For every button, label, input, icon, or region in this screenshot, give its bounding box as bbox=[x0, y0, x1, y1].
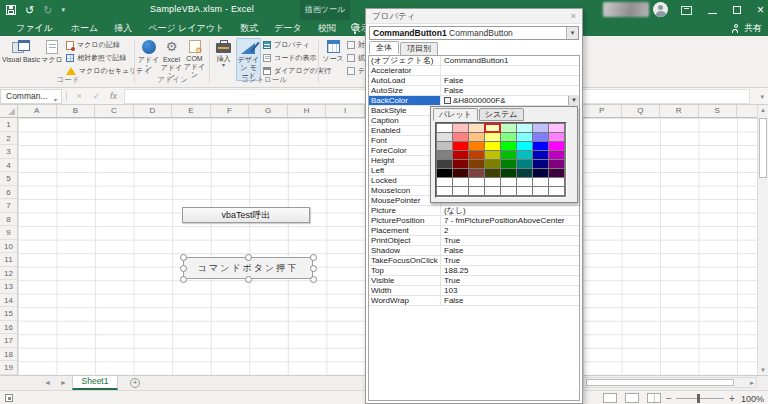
palette-color-cell[interactable] bbox=[485, 169, 500, 177]
column-header[interactable]: C bbox=[95, 105, 134, 117]
palette-color-cell[interactable] bbox=[549, 187, 564, 195]
palette-color-cell[interactable] bbox=[485, 142, 500, 150]
row-header[interactable]: 9 bbox=[0, 226, 17, 240]
horizontal-scrollbar-thumb[interactable] bbox=[586, 379, 734, 386]
properties-close-icon[interactable]: × bbox=[568, 11, 579, 22]
row-header[interactable]: 10 bbox=[0, 240, 17, 254]
row-header[interactable]: 1 bbox=[0, 118, 17, 132]
ribbon-tab[interactable]: 数式 bbox=[232, 20, 266, 36]
property-row[interactable]: WordWrapFalse bbox=[369, 296, 579, 306]
column-header[interactable]: F bbox=[211, 105, 250, 117]
name-box[interactable]: Comman... ▾ bbox=[0, 89, 62, 104]
ribbon-tab[interactable]: ファイル bbox=[6, 20, 63, 36]
property-row[interactable]: BackColor&H8000000F&▼ bbox=[369, 96, 579, 106]
property-value[interactable]: 188.25 bbox=[441, 266, 579, 275]
palette-color-cell[interactable] bbox=[501, 187, 516, 195]
palette-color-cell[interactable] bbox=[469, 169, 484, 177]
palette-color-cell[interactable] bbox=[453, 142, 468, 150]
visual-basic-button[interactable]: Visual Basic bbox=[2, 38, 40, 64]
selection-handle[interactable] bbox=[310, 254, 317, 261]
palette-color-cell[interactable] bbox=[485, 133, 500, 141]
palette-color-cell[interactable] bbox=[437, 160, 452, 168]
row-header[interactable]: 8 bbox=[0, 213, 17, 227]
selection-handle[interactable] bbox=[310, 276, 317, 283]
palette-color-cell[interactable] bbox=[533, 178, 548, 186]
zoom-out-icon[interactable]: − bbox=[666, 393, 672, 404]
palette-color-cell[interactable] bbox=[517, 178, 532, 186]
palette-color-cell[interactable] bbox=[501, 178, 516, 186]
vertical-scrollbar-thumb[interactable] bbox=[759, 118, 767, 178]
zoom-level[interactable]: 100% bbox=[741, 394, 764, 404]
palette-color-cell[interactable] bbox=[533, 151, 548, 159]
row-header[interactable]: 18 bbox=[0, 348, 17, 362]
new-sheet-icon[interactable]: + bbox=[130, 378, 140, 388]
palette-color-cell[interactable] bbox=[437, 178, 452, 186]
excel-addins-button[interactable]: ⚙ Excel アドイン bbox=[160, 38, 183, 80]
palette-color-cell[interactable] bbox=[469, 178, 484, 186]
column-header[interactable]: A bbox=[18, 105, 57, 117]
palette-color-cell[interactable] bbox=[437, 142, 452, 150]
property-value[interactable]: (なし) bbox=[441, 206, 579, 215]
palette-color-cell[interactable] bbox=[437, 151, 452, 159]
formula-bar-expand-icon[interactable]: ▾ bbox=[760, 93, 764, 101]
palette-color-cell[interactable] bbox=[517, 142, 532, 150]
palette-color-cell[interactable] bbox=[549, 151, 564, 159]
palette-color-cell[interactable] bbox=[533, 169, 548, 177]
palette-color-cell[interactable] bbox=[517, 169, 532, 177]
property-value[interactable]: False bbox=[441, 246, 579, 255]
zoom-slider-thumb[interactable] bbox=[697, 394, 700, 403]
row-header[interactable]: 19 bbox=[0, 361, 17, 375]
property-value[interactable]: True bbox=[441, 256, 579, 265]
selection-handle[interactable] bbox=[310, 265, 317, 272]
source-button[interactable]: ソース bbox=[321, 38, 345, 63]
property-value[interactable]: False bbox=[441, 76, 579, 85]
worksheet-grid-right[interactable] bbox=[583, 118, 757, 375]
palette-color-cell[interactable] bbox=[485, 124, 500, 132]
palette-color-cell[interactable] bbox=[453, 187, 468, 195]
palette-color-cell[interactable] bbox=[549, 133, 564, 141]
column-header[interactable]: S bbox=[699, 105, 738, 117]
selection-handle[interactable] bbox=[180, 276, 187, 283]
palette-color-cell[interactable] bbox=[501, 160, 516, 168]
palette-color-cell[interactable] bbox=[453, 133, 468, 141]
palette-color-cell[interactable] bbox=[533, 160, 548, 168]
save-icon[interactable] bbox=[6, 5, 16, 15]
property-row[interactable]: ShadowFalse bbox=[369, 246, 579, 256]
next-sheet-icon[interactable]: ► bbox=[60, 379, 67, 386]
column-header[interactable]: H bbox=[288, 105, 327, 117]
palette-color-cell[interactable] bbox=[485, 151, 500, 159]
properties-tab[interactable]: 項目別 bbox=[400, 42, 438, 55]
palette-color-cell[interactable] bbox=[501, 133, 516, 141]
property-row[interactable]: AutoLoadFalse bbox=[369, 76, 579, 86]
ribbon-tab[interactable]: ホーム bbox=[63, 20, 106, 36]
tell-me-lamp-icon[interactable] bbox=[351, 23, 359, 31]
property-value[interactable]: CommandButton1 bbox=[441, 56, 579, 65]
row-header[interactable]: 2 bbox=[0, 132, 17, 146]
property-row[interactable]: Accelerator bbox=[369, 66, 579, 76]
insert-function-icon[interactable]: fx bbox=[106, 89, 121, 104]
column-header[interactable]: P bbox=[583, 105, 622, 117]
palette-color-cell[interactable] bbox=[549, 169, 564, 177]
palette-color-cell[interactable] bbox=[501, 151, 516, 159]
property-value[interactable]: 103 bbox=[441, 286, 579, 295]
property-value[interactable]: False bbox=[441, 296, 579, 305]
palette-color-cell[interactable] bbox=[549, 160, 564, 168]
column-header[interactable]: I bbox=[326, 105, 365, 117]
page-layout-view-icon[interactable] bbox=[625, 393, 639, 403]
row-header[interactable]: 7 bbox=[0, 199, 17, 213]
property-value[interactable]: True bbox=[441, 236, 579, 245]
worksheet-grid-left[interactable] bbox=[18, 118, 365, 375]
page-break-view-icon[interactable] bbox=[647, 393, 661, 403]
account-name[interactable] bbox=[603, 2, 649, 17]
property-row[interactable]: VisibleTrue bbox=[369, 276, 579, 286]
palette-color-cell[interactable] bbox=[517, 160, 532, 168]
property-value[interactable]: 2 bbox=[441, 226, 579, 235]
horizontal-scrollbar[interactable]: ► bbox=[583, 377, 757, 388]
column-header[interactable]: E bbox=[172, 105, 211, 117]
property-row[interactable]: (オブジェクト名)CommandButton1 bbox=[369, 56, 579, 66]
palette-color-cell[interactable] bbox=[469, 133, 484, 141]
palette-color-cell[interactable] bbox=[501, 142, 516, 150]
palette-color-cell[interactable] bbox=[469, 124, 484, 132]
normal-view-icon[interactable] bbox=[603, 393, 617, 403]
cancel-icon[interactable]: × bbox=[72, 89, 87, 104]
